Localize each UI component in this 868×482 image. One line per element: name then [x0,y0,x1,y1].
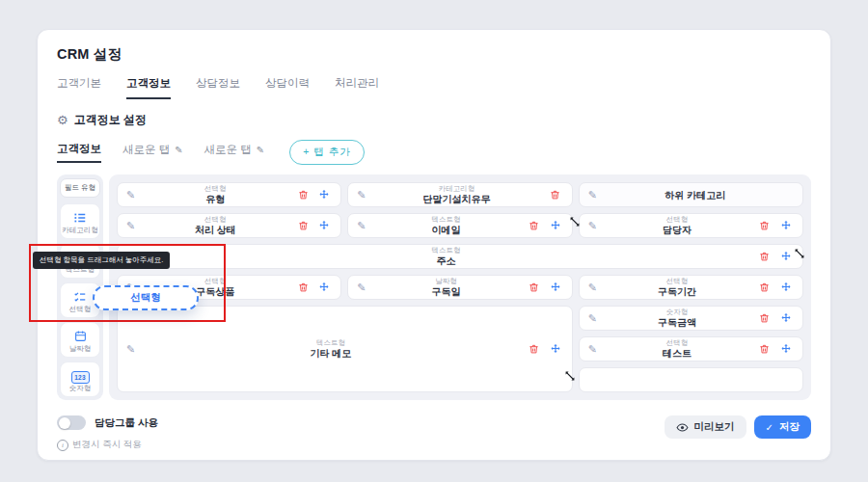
fields-grid: ✎ 선택형 유형 ✎ 카테고리형 단말기설치유무 ✎ 하위 카테 [109,174,811,400]
edit-pencil-icon[interactable]: ✎ [588,281,597,294]
move-handle[interactable] [778,280,794,295]
subtab-customer-info[interactable]: 고객정보 [57,142,101,163]
field-card[interactable]: ✎ 텍스트형 주소 [117,244,803,269]
palette-item-category[interactable]: 카테고리형 [60,203,100,239]
tab-customer-basic[interactable]: 고객기본 [57,76,101,99]
move-handle[interactable] [778,249,794,264]
subtab-new-tab-1[interactable]: 새로운 탭 ✎ [122,143,183,162]
edit-pencil-icon[interactable]: ✎ [357,281,366,294]
delete-button[interactable] [295,187,311,202]
field-card[interactable]: ✎ 선택형 담당자 [579,213,803,238]
move-handle[interactable] [548,341,563,357]
field-card[interactable]: ✎ 하위 카테고리 [579,182,803,207]
field-labels: 선택형 유형 [135,185,295,203]
move-handle[interactable] [316,187,332,202]
resize-handle-icon[interactable] [794,248,805,259]
group-assignment-toggle[interactable] [57,415,86,430]
palette-item-label: 날짜형 [61,344,99,353]
notice-text: 변경시 즉시 적용 [72,439,142,451]
field-labels: 선택형 처리 상태 [135,216,295,234]
palette-item-label: 숫자형 [61,384,99,392]
edit-pencil-icon[interactable]: ✎ [257,145,264,155]
edit-pencil-icon[interactable]: ✎ [126,189,135,201]
gear-icon: ⚙ [57,114,68,126]
edit-pencil-icon[interactable]: ✎ [588,220,597,232]
delete-button[interactable] [548,187,563,202]
field-type-label: 선택형 [597,339,757,347]
edit-pencil-icon[interactable]: ✎ [175,145,182,155]
field-name-label: 구독금액 [597,317,757,328]
sub-tabs: 고객정보 새로운 탭 ✎ 새로운 탭 ✎ + 탭 추가 [57,140,811,165]
edit-pencil-icon[interactable]: ✎ [357,220,366,232]
edit-pencil-icon[interactable]: ✎ [126,220,135,232]
preview-label: 미리보기 [694,420,735,434]
move-handle[interactable] [778,218,794,233]
move-handle[interactable] [778,341,794,357]
page-title: CRM 설정 [57,45,811,64]
add-tab-button[interactable]: + 탭 추가 [289,140,364,165]
numbers-icon: 123 [61,367,99,382]
field-card[interactable]: ✎ 숫자형 구독금액 [579,306,803,331]
field-card[interactable]: ✎ 카테고리형 단말기설치유무 [347,182,572,207]
delete-button[interactable] [757,280,773,295]
delete-button[interactable] [757,249,773,264]
field-name-label: 처리 상태 [135,225,295,235]
field-labels: 선택형 테스트 [597,339,757,358]
delete-button[interactable] [295,218,311,233]
tab-consult-history[interactable]: 상담이력 [265,76,310,99]
move-handle[interactable] [316,218,332,233]
edit-pencil-icon[interactable]: ✎ [588,343,597,356]
empty-field-slot[interactable] [579,367,803,392]
field-name-label: 주소 [135,255,757,266]
field-labels: 텍스트형 기타 메모 [135,339,526,358]
delete-button[interactable] [757,310,773,326]
field-card[interactable]: ✎ 텍스트형 기타 메모 [117,306,573,392]
resize-handle-icon[interactable] [569,216,581,228]
field-card[interactable]: ✎ 선택형 처리 상태 [117,213,341,238]
subtab-label: 고객정보 [57,142,101,156]
category-list-icon [61,209,99,224]
delete-button[interactable] [527,280,542,295]
field-name-label: 유형 [135,194,295,204]
save-label: 저장 [779,420,800,434]
tab-customer-info[interactable]: 고객정보 [126,76,171,99]
edit-pencil-icon[interactable]: ✎ [126,343,135,356]
field-name-label: 기타 메모 [135,348,526,359]
delete-button[interactable] [295,280,311,295]
section-header: ⚙ 고객정보 설정 [57,112,811,128]
toggle-label: 담당그룹 사용 [95,416,158,430]
eye-icon [676,422,689,433]
dragged-field-chip[interactable]: 선택형 [93,285,199,310]
save-button[interactable]: ✓ 저장 [754,415,811,439]
move-handle[interactable] [548,280,563,295]
edit-pencil-icon[interactable]: ✎ [588,189,597,201]
palette-item-date[interactable]: 날짜형 [60,322,100,358]
move-handle[interactable] [548,218,563,233]
field-card[interactable]: ✎ 날짜형 구독일 [347,275,572,300]
resize-handle-icon[interactable] [564,370,576,382]
field-card[interactable]: ✎ 선택형 유형 [117,182,341,207]
move-handle[interactable] [316,280,332,295]
delete-button[interactable] [757,341,773,357]
preview-button[interactable]: 미리보기 [665,415,746,439]
edit-pencil-icon[interactable]: ✎ [357,189,366,201]
field-labels: 텍스트형 이메일 [366,216,527,234]
delete-button[interactable] [757,218,773,233]
tab-process-management[interactable]: 처리관리 [335,76,379,99]
field-card[interactable]: ✎ 텍스트형 이메일 [347,213,572,238]
field-name-label: 담당자 [597,225,757,235]
field-card[interactable]: ✎ 선택형 구독기간 [579,275,803,300]
palette-item-number[interactable]: 123 숫자형 [60,362,100,397]
field-card[interactable]: ✎ 선택형 테스트 [579,336,803,362]
footer-left: 담당그룹 사용 i 변경시 즉시 적용 [57,415,158,451]
edit-pencil-icon[interactable]: ✎ [588,312,597,325]
field-labels: 하위 카테고리 [597,190,794,201]
move-handle[interactable] [778,310,794,326]
subtab-new-tab-2[interactable]: 새로운 탭 ✎ [204,143,265,162]
field-type-label: 카테고리형 [366,185,548,193]
field-type-label: 선택형 [597,216,757,224]
delete-button[interactable] [527,341,542,357]
tab-consult-info[interactable]: 상담정보 [196,76,240,99]
field-type-label: 텍스트형 [135,247,757,254]
delete-button[interactable] [527,218,542,233]
